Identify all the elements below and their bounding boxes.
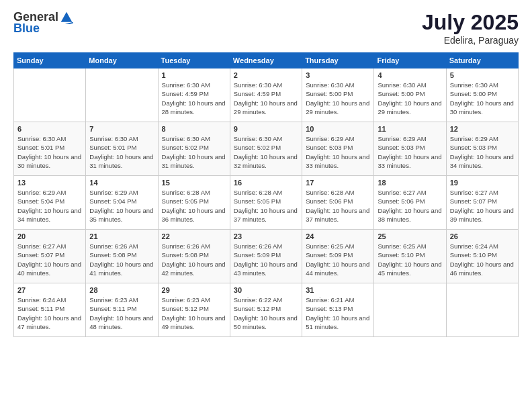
sunset-text: Sunset: 5:06 PM [378, 197, 425, 205]
sunrise-text: Sunrise: 6:21 AM [306, 296, 354, 304]
table-row: 7 Sunrise: 6:30 AM Sunset: 5:01 PM Dayli… [86, 122, 158, 176]
day-detail: Sunrise: 6:29 AM Sunset: 5:04 PM Dayligh… [17, 188, 82, 224]
daylight-text: Daylight: 10 hours and 31 minutes. [89, 153, 153, 169]
table-row: 11 Sunrise: 6:29 AM Sunset: 5:03 PM Dayl… [374, 122, 446, 176]
calendar-week-row: 20 Sunrise: 6:27 AM Sunset: 5:07 PM Dayl… [14, 230, 519, 283]
day-number: 31 [306, 286, 370, 294]
day-number: 28 [89, 286, 154, 294]
day-number: 30 [234, 286, 298, 294]
sunrise-text: Sunrise: 6:29 AM [450, 135, 498, 142]
day-number: 25 [378, 232, 442, 240]
table-row: 27 Sunrise: 6:24 AM Sunset: 5:11 PM Dayl… [14, 283, 86, 337]
day-detail: Sunrise: 6:25 AM Sunset: 5:10 PM Dayligh… [378, 242, 442, 277]
day-detail: Sunrise: 6:26 AM Sunset: 5:08 PM Dayligh… [89, 242, 154, 277]
logo: General Blue [13, 10, 73, 36]
daylight-text: Daylight: 10 hours and 29 minutes. [306, 99, 369, 116]
day-detail: Sunrise: 6:28 AM Sunset: 5:05 PM Dayligh… [234, 188, 298, 224]
sunrise-text: Sunrise: 6:27 AM [17, 242, 66, 250]
day-number: 23 [234, 232, 298, 240]
day-number: 13 [17, 179, 82, 187]
table-row: 18 Sunrise: 6:27 AM Sunset: 5:06 PM Dayl… [374, 176, 446, 230]
page: General Blue July 2025 Edelira, Paraguay… [0, 0, 532, 411]
sunset-text: Sunset: 5:00 PM [450, 90, 497, 97]
day-detail: Sunrise: 6:21 AM Sunset: 5:13 PM Dayligh… [306, 295, 370, 331]
sunset-text: Sunset: 5:03 PM [378, 144, 425, 151]
sunrise-text: Sunrise: 6:26 AM [234, 242, 282, 250]
daylight-text: Daylight: 10 hours and 34 minutes. [17, 207, 81, 223]
sunrise-text: Sunrise: 6:30 AM [162, 81, 210, 89]
day-number: 18 [378, 179, 442, 187]
sunset-text: Sunset: 5:12 PM [234, 305, 281, 312]
day-detail: Sunrise: 6:22 AM Sunset: 5:12 PM Dayligh… [234, 295, 298, 331]
col-thursday: Thursday [302, 53, 374, 68]
table-row: 20 Sunrise: 6:27 AM Sunset: 5:07 PM Dayl… [14, 230, 86, 283]
sunrise-text: Sunrise: 6:28 AM [234, 189, 282, 196]
table-row: 28 Sunrise: 6:23 AM Sunset: 5:11 PM Dayl… [86, 283, 158, 337]
day-number: 10 [306, 125, 370, 133]
sunrise-text: Sunrise: 6:26 AM [162, 242, 210, 250]
table-row: 10 Sunrise: 6:29 AM Sunset: 5:03 PM Dayl… [302, 122, 374, 176]
daylight-text: Daylight: 10 hours and 44 minutes. [306, 261, 369, 277]
calendar-table: Sunday Monday Tuesday Wednesday Thursday… [13, 52, 519, 337]
sunrise-text: Sunrise: 6:23 AM [162, 296, 210, 304]
day-number: 5 [450, 71, 515, 79]
table-row: 23 Sunrise: 6:26 AM Sunset: 5:09 PM Dayl… [230, 230, 302, 283]
daylight-text: Daylight: 10 hours and 48 minutes. [89, 314, 153, 330]
daylight-text: Daylight: 10 hours and 43 minutes. [234, 261, 298, 277]
col-sunday: Sunday [14, 53, 86, 68]
day-number: 3 [306, 71, 370, 79]
sunrise-text: Sunrise: 6:25 AM [306, 242, 354, 250]
sunset-text: Sunset: 4:59 PM [234, 90, 281, 97]
day-detail: Sunrise: 6:27 AM Sunset: 5:07 PM Dayligh… [450, 188, 515, 224]
sunset-text: Sunset: 5:12 PM [162, 305, 209, 312]
day-number: 19 [450, 179, 515, 187]
col-wednesday: Wednesday [230, 53, 302, 68]
sunset-text: Sunset: 5:09 PM [234, 251, 281, 259]
sunrise-text: Sunrise: 6:26 AM [89, 242, 138, 250]
daylight-text: Daylight: 10 hours and 38 minutes. [378, 207, 441, 223]
day-number: 22 [162, 232, 226, 240]
day-detail: Sunrise: 6:28 AM Sunset: 5:05 PM Dayligh… [162, 188, 226, 224]
day-detail: Sunrise: 6:29 AM Sunset: 5:04 PM Dayligh… [89, 188, 154, 224]
daylight-text: Daylight: 10 hours and 46 minutes. [450, 261, 514, 277]
table-row: 25 Sunrise: 6:25 AM Sunset: 5:10 PM Dayl… [374, 230, 446, 283]
day-detail: Sunrise: 6:30 AM Sunset: 5:02 PM Dayligh… [234, 134, 298, 170]
sunrise-text: Sunrise: 6:30 AM [89, 135, 138, 142]
table-row: 16 Sunrise: 6:28 AM Sunset: 5:05 PM Dayl… [230, 176, 302, 230]
table-row: 14 Sunrise: 6:29 AM Sunset: 5:04 PM Dayl… [86, 176, 158, 230]
day-number: 29 [162, 286, 226, 294]
day-detail: Sunrise: 6:30 AM Sunset: 5:00 PM Dayligh… [450, 81, 515, 116]
table-row: 15 Sunrise: 6:28 AM Sunset: 5:05 PM Dayl… [158, 176, 230, 230]
table-row: 17 Sunrise: 6:28 AM Sunset: 5:06 PM Dayl… [302, 176, 374, 230]
table-row: 8 Sunrise: 6:30 AM Sunset: 5:02 PM Dayli… [158, 122, 230, 176]
day-detail: Sunrise: 6:24 AM Sunset: 5:11 PM Dayligh… [17, 295, 82, 331]
sunrise-text: Sunrise: 6:28 AM [306, 189, 354, 196]
sunrise-text: Sunrise: 6:27 AM [378, 189, 426, 196]
day-detail: Sunrise: 6:30 AM Sunset: 5:01 PM Dayligh… [17, 134, 82, 170]
table-row [86, 68, 158, 122]
table-row: 5 Sunrise: 6:30 AM Sunset: 5:00 PM Dayli… [446, 68, 518, 122]
table-row: 3 Sunrise: 6:30 AM Sunset: 5:00 PM Dayli… [302, 68, 374, 122]
daylight-text: Daylight: 10 hours and 30 minutes. [450, 99, 514, 116]
sunset-text: Sunset: 5:09 PM [306, 251, 353, 259]
sunset-text: Sunset: 5:02 PM [162, 144, 209, 151]
day-number: 4 [378, 71, 442, 79]
sunset-text: Sunset: 5:05 PM [162, 197, 209, 205]
col-tuesday: Tuesday [158, 53, 230, 68]
sunset-text: Sunset: 5:03 PM [306, 144, 353, 151]
sunset-text: Sunset: 5:05 PM [234, 197, 281, 205]
day-number: 15 [162, 179, 226, 187]
sunset-text: Sunset: 5:01 PM [89, 144, 136, 151]
day-number: 20 [17, 232, 82, 240]
table-row: 21 Sunrise: 6:26 AM Sunset: 5:08 PM Dayl… [86, 230, 158, 283]
sunset-text: Sunset: 5:11 PM [17, 305, 64, 312]
sunset-text: Sunset: 5:07 PM [450, 197, 497, 205]
sunrise-text: Sunrise: 6:24 AM [450, 242, 498, 250]
day-number: 9 [234, 125, 298, 133]
daylight-text: Daylight: 10 hours and 37 minutes. [306, 207, 369, 223]
sunset-text: Sunset: 5:02 PM [234, 144, 281, 151]
daylight-text: Daylight: 10 hours and 36 minutes. [162, 207, 226, 223]
day-detail: Sunrise: 6:30 AM Sunset: 5:00 PM Dayligh… [378, 81, 442, 116]
header: General Blue July 2025 Edelira, Paraguay [13, 10, 519, 46]
day-number: 11 [378, 125, 442, 133]
